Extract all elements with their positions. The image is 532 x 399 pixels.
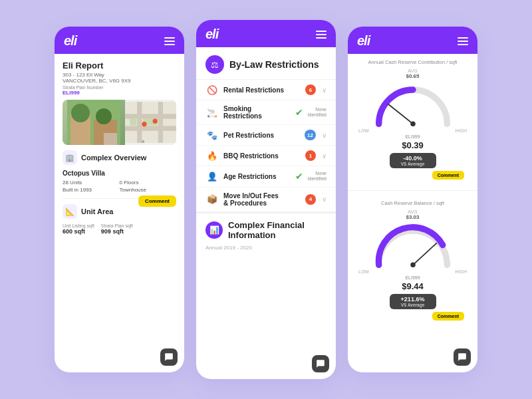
smoking-check-icon: ✔ xyxy=(295,107,303,118)
complex-overview-title: Complex Overview xyxy=(81,154,146,162)
gauge2-section: Cash Reserve Balance / sqft AVG $3.03 LO… xyxy=(348,195,477,327)
bbq-label: BBQ Restrictions xyxy=(223,152,301,160)
rental-arrow-icon: ∨ xyxy=(322,86,327,94)
svg-point-4 xyxy=(96,108,112,124)
unit-area-section: 📐 Unit Area Unit Listing sqft 600 sqft S… xyxy=(63,204,176,235)
smoking-none-text: NoneIdentified xyxy=(308,107,327,118)
unit-area-title: Unit Area xyxy=(81,207,114,215)
svg-point-19 xyxy=(410,262,415,267)
chat-icon xyxy=(164,352,174,362)
gauge-divider xyxy=(348,190,477,191)
comment-button-gauge1[interactable]: Comment xyxy=(432,171,464,180)
svg-line-16 xyxy=(388,104,412,124)
map-photo xyxy=(63,100,125,145)
bylaw-title: By-Law Restrictions xyxy=(229,59,319,70)
svg-point-14 xyxy=(153,119,158,124)
logo-eli-card1: eli xyxy=(64,33,76,49)
restriction-list: 🚫 Rental Restrictions 6 ∨ 🚬 SmokingRestr… xyxy=(196,80,336,212)
gauge2-eli-tag: ELI999 xyxy=(356,275,469,280)
gauge1-title: Annual Cash Reserve Contribution / sqft xyxy=(356,59,469,66)
gauge1-labels: LOW HIGH xyxy=(356,128,469,133)
moveinout-badge: 4 xyxy=(305,194,316,205)
listing-val: 600 sqft xyxy=(63,228,94,235)
gauge2-wrapper xyxy=(366,221,460,268)
gauge2-vs: VS Average xyxy=(395,303,431,307)
rental-badge: 6 xyxy=(305,84,316,95)
bbq-restrictions-item[interactable]: 🔥 BBQ Restrictions 1 ∨ xyxy=(196,146,336,166)
listing-label: Unit Listing sqft xyxy=(63,223,94,228)
gauge1-section: Annual Cash Reserve Contribution / sqft … xyxy=(348,54,477,186)
gauge2-price: $9.44 xyxy=(356,281,469,291)
gauge2-avg-val: $3.03 xyxy=(406,214,419,220)
svg-rect-10 xyxy=(158,102,163,143)
logo-eli-card3: eli xyxy=(357,33,370,49)
smoking-label: SmokingRestrictions xyxy=(223,105,291,120)
hamburger-menu-card3[interactable] xyxy=(458,37,468,45)
strata-sqft-label: Strata Plan sqft xyxy=(101,223,133,228)
property-info: Octopus Villa 28 Units 0 Floors Built in… xyxy=(63,170,176,193)
bylaw-icon: ⚖ xyxy=(205,55,224,74)
complex-overview-header: 🏢 Complex Overview xyxy=(63,150,176,165)
svg-point-3 xyxy=(71,104,90,122)
strata-sqft: Strata Plan sqft 909 sqft xyxy=(101,223,133,235)
gauge2-pct: +211.6% xyxy=(395,296,431,303)
type-label: Townhouse xyxy=(120,187,177,193)
gauge2-high: HIGH xyxy=(456,269,467,274)
comment-button-gauge2[interactable]: Comment xyxy=(432,312,464,321)
comment-button-card1[interactable]: Comment xyxy=(138,196,176,207)
financial-icon: 📊 xyxy=(205,221,223,239)
built-label: Built in 1993 xyxy=(63,187,120,193)
chat-icon-btn-card1[interactable] xyxy=(160,348,178,366)
logo-eli-card2: eli xyxy=(205,27,218,42)
moveinout-item[interactable]: 📦 Move In/Out Fees& Procedures 4 ∨ xyxy=(196,188,336,212)
gauge1-eli-tag: ELI999 xyxy=(356,134,469,139)
card-bylaw: eli ⚖ By-Law Restrictions 🚫 Rental Restr… xyxy=(196,20,336,379)
gauge2-title: Cash Reserve Balance / sqft xyxy=(356,200,469,207)
age-check-icon: ✔ xyxy=(295,171,303,182)
chat-icon-card2 xyxy=(316,359,325,368)
chat-icon-btn-card3[interactable] xyxy=(454,348,471,366)
card-eli-report: eli Eli Report 303 - 123 Eli WayVANCOUVE… xyxy=(55,27,184,372)
svg-rect-11 xyxy=(130,119,136,126)
svg-point-13 xyxy=(142,122,146,126)
age-icon: 👤 xyxy=(205,172,219,182)
gauge1-pct: -40.0% xyxy=(395,155,431,162)
rental-label: Rental Restrictions xyxy=(223,86,301,94)
moveinout-label: Move In/Out Fees& Procedures xyxy=(223,192,301,207)
financial-section: 📊 Complex FinancialInformation Annual 20… xyxy=(196,212,336,255)
gauge2-svg xyxy=(366,221,460,268)
gauge1-svg xyxy=(366,80,460,127)
pet-restrictions-item[interactable]: 🐾 Pet Restrictions 12 ∨ xyxy=(196,125,336,146)
map-grid xyxy=(125,100,176,145)
svg-line-18 xyxy=(413,243,436,265)
ruler-icon: 📐 xyxy=(63,204,77,219)
rental-icon: 🚫 xyxy=(205,85,219,95)
smoking-restrictions-item[interactable]: 🚬 SmokingRestrictions ✔ NoneIdentified xyxy=(196,100,336,125)
report-address: 303 - 123 Eli WayVANCOUVER, BC, V6G 9X9 xyxy=(63,72,176,84)
age-restrictions-item[interactable]: 👤 Age Restrictions ✔ NoneIdentified xyxy=(196,166,336,188)
card-financial: eli Annual Cash Reserve Contribution / s… xyxy=(348,27,477,372)
gauge1-avg-val: $0.65 xyxy=(406,73,419,79)
gauge1-vs: VS Average xyxy=(395,162,431,166)
gauge1-wrapper xyxy=(366,80,460,127)
strata-label: Strata Plan Number xyxy=(63,85,103,90)
floors-label: 0 Floors xyxy=(120,180,177,186)
svg-rect-9 xyxy=(137,102,142,143)
age-label: Age Restrictions xyxy=(223,173,291,180)
property-name: Octopus Villa xyxy=(63,170,176,177)
svg-rect-8 xyxy=(125,126,176,130)
units-label: 28 Units xyxy=(63,180,120,186)
svg-rect-15 xyxy=(142,140,144,143)
svg-rect-5 xyxy=(104,133,117,145)
unit-area-header: 📐 Unit Area xyxy=(63,204,138,219)
chat-icon-btn-card2[interactable] xyxy=(312,355,329,372)
hamburger-menu-card1[interactable] xyxy=(164,37,175,45)
pet-badge: 12 xyxy=(305,130,316,140)
gauge1-high: HIGH xyxy=(456,128,467,133)
hamburger-menu-card2[interactable] xyxy=(316,31,327,39)
financial-sub: Annual 2019 - 2020 xyxy=(205,243,327,251)
strata-row: Strata Plan Number ELI999 xyxy=(63,85,176,96)
svg-point-17 xyxy=(410,121,415,126)
gauge1-box: -40.0% VS Average xyxy=(390,153,436,168)
rental-restrictions-item[interactable]: 🚫 Rental Restrictions 6 ∨ xyxy=(196,80,336,100)
